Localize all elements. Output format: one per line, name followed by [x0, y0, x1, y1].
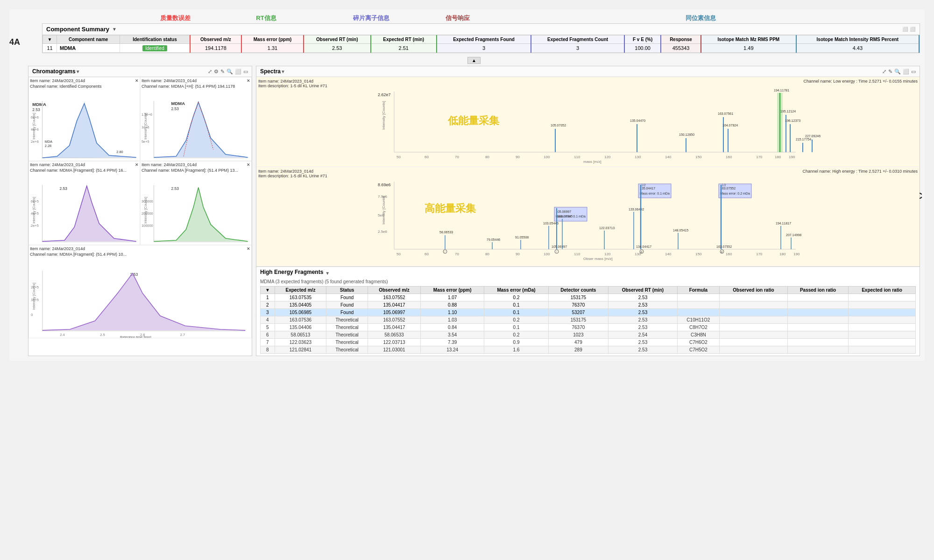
hef-cell-expected-ion	[849, 316, 916, 324]
hef-cell-observed-mz: 135.04417	[368, 301, 421, 309]
svg-text:1.5e+6: 1.5e+6	[142, 113, 152, 117]
chromo-icon-4[interactable]: 🔍	[226, 69, 233, 75]
chromo-close-1[interactable]: ✕	[135, 78, 139, 84]
hef-cell-observed-rt: 2.53	[609, 346, 678, 354]
hef-table-row[interactable]: 3 105.06985 Found 105.06997 1.10 0.1 532…	[261, 309, 916, 316]
hef-cell-expected-ion	[849, 294, 916, 301]
svg-text:120: 120	[604, 155, 611, 159]
col-id-status: Identification status	[120, 35, 190, 44]
chromo-close-5[interactable]: ✕	[247, 246, 250, 252]
col-mass-error-ppm: Mass error (ppm)	[241, 35, 304, 44]
high-energy-spectrum: Item name: 24Mar2023_014d Item descripti…	[256, 167, 920, 266]
row-response: 455343	[661, 44, 701, 53]
chromatograms-dropdown[interactable]: ▼	[76, 69, 80, 74]
hef-cell-observed-ion	[719, 339, 787, 346]
collapse-sections-button[interactable]: ▲	[467, 57, 481, 64]
low-energy-spectrum: Item name: 24Mar2023_014d Item descripti…	[256, 77, 920, 167]
spectra-icon-1[interactable]: ⤢	[882, 69, 886, 75]
svg-text:5e6: 5e6	[378, 213, 384, 217]
svg-text:1/2: 1/2	[641, 183, 646, 187]
chromo-icon-3[interactable]: ✎	[220, 69, 225, 75]
hef-table-row[interactable]: 2 135.04405 Found 135.04417 0.88 0.1 763…	[261, 301, 916, 309]
chromo-close-4[interactable]: ✕	[247, 162, 250, 168]
low-energy-header2: Item description: 1-5 dil KL Urine #71	[258, 84, 327, 88]
spectra-icon-5[interactable]: ▭	[911, 69, 916, 75]
hef-table-row[interactable]: 6 58.06513 Theoretical 58.06533 3.54 0.2…	[261, 331, 916, 339]
component-summary-dropdown[interactable]: ▼	[112, 27, 117, 32]
hef-table-row[interactable]: 7 122.03623 Theoretical 122.03713 7.39 0…	[261, 339, 916, 346]
hef-cell-detector-counts: 153175	[548, 294, 608, 301]
chromo-close-3[interactable]: ✕	[135, 162, 139, 168]
hef-table-row[interactable]: 1 163.07535 Found 163.07552 1.07 0.2 153…	[261, 294, 916, 301]
chromo-icon-2[interactable]: ⚙	[214, 69, 219, 75]
chromo-header-1: Item name: 24Mar2023_014d Channel name: …	[30, 78, 139, 89]
svg-text:♂: ♂	[444, 251, 446, 253]
col-observed-rt: Observed RT (min)	[304, 35, 371, 44]
svg-text:79.05446: 79.05446	[487, 238, 500, 241]
svg-text:1e+6: 1e+6	[142, 125, 149, 129]
svg-text:194.11817: 194.11817	[776, 222, 791, 225]
svg-text:5e+5: 5e+5	[142, 140, 149, 144]
hef-dropdown[interactable]: ▼	[325, 271, 330, 276]
svg-text:Mass error: 0.1 mDa: Mass error: 0.1 mDa	[640, 192, 670, 195]
chromo-close-2[interactable]: ✕	[247, 78, 250, 84]
svg-text:148.05415: 148.05415	[673, 229, 688, 232]
svg-marker-55	[154, 188, 248, 241]
svg-text:195.12124: 195.12124	[780, 110, 796, 113]
expand-icon[interactable]: ⬜	[902, 26, 908, 33]
svg-text:4e+5: 4e+5	[31, 211, 39, 216]
chromo-channel-1: Channel name: Identified Components	[30, 84, 139, 90]
svg-text:MDMA: MDMA	[32, 102, 46, 107]
hef-cell-num: 6	[261, 331, 275, 339]
collapse-icon[interactable]: ⬜	[909, 26, 916, 33]
row-frags-found: 3	[437, 44, 531, 53]
chromo-icon-6[interactable]: ▭	[243, 69, 248, 75]
chromo-icon-1[interactable]: ⤢	[208, 69, 212, 75]
hef-cell-expected-mz: 122.03623	[275, 339, 326, 346]
hef-cell-expected-ion	[849, 324, 916, 331]
hef-cell-expected-mz: 105.06985	[275, 309, 326, 316]
hef-cell-formula: C8H7O2	[677, 324, 719, 331]
spectra-icon-3[interactable]: 🔍	[894, 69, 901, 75]
svg-text:♂: ♂	[555, 251, 558, 253]
svg-text:70: 70	[455, 252, 459, 256]
spectra-icon-2[interactable]: ✎	[888, 69, 892, 75]
hef-cell-observed-mz: 163.07552	[368, 294, 421, 301]
hef-cell-mass-err-mda: 0.2	[484, 294, 548, 301]
svg-text:80: 80	[485, 252, 489, 256]
chromo-icon-5[interactable]: ⬜	[235, 69, 241, 75]
chromo-item-name-2: Item name: 24Mar2023_014d	[142, 78, 250, 84]
table-row[interactable]: 11 MDMA Identified 194.1178 1.31 2.53 2.…	[43, 44, 920, 53]
svg-text:2e+5: 2e+5	[31, 224, 39, 228]
hef-table-row[interactable]: 4 163.07536 Theoretical 163.07552 1.03 0…	[261, 316, 916, 324]
hef-cell-mass-err-mda: 0.2	[484, 331, 548, 339]
component-summary-header[interactable]: Component Summary ▼ ⬜ ⬜	[42, 24, 920, 35]
svg-text:100: 100	[544, 155, 550, 159]
svg-text:105.07052: 105.07052	[551, 124, 566, 127]
spectra-panel: Spectra ▼ ⤢ ✎ 🔍 ⬜ ▭ Item name: 24Mar2023…	[256, 66, 920, 356]
svg-text:190: 190	[789, 155, 795, 159]
hef-cell-observed-rt: 2.53	[609, 309, 678, 316]
svg-text:4e+6: 4e+6	[31, 127, 39, 132]
col-component-name: Component name	[57, 35, 120, 44]
chromo-item-5: Item name: 24Mar2023_014d Channel name: …	[28, 245, 252, 338]
spectra-icon-4[interactable]: ⬜	[903, 69, 909, 75]
svg-text:2e+6: 2e+6	[31, 140, 39, 144]
spectra-icons: ⤢ ✎ 🔍 ⬜ ▭	[882, 69, 916, 75]
component-summary-title: Component Summary	[46, 26, 109, 33]
hef-table-row[interactable]: 8 121.02841 Theoretical 121.03001 13.24 …	[261, 346, 916, 354]
chromatograms-title: Chromatograms	[32, 68, 76, 75]
svg-text:2.53: 2.53	[171, 106, 179, 111]
col-response: Response	[661, 35, 701, 44]
hef-cell-observed-ion	[719, 324, 787, 331]
chromo-item-3: Item name: 24Mar2023_014d Channel name: …	[28, 161, 140, 245]
svg-text:91.05508: 91.05508	[515, 236, 529, 239]
chromatograms-panel: Chromatograms ▼ ⤢ ⚙ ✎ 🔍 ⬜ ▭ Item name: 2	[28, 66, 252, 356]
hef-table-row[interactable]: 5 135.04406 Theoretical 135.04417 0.84 0…	[261, 324, 916, 331]
svg-text:Obser     mass [m/z]: Obser mass [m/z]	[583, 257, 613, 261]
hef-cell-expected-mz: 135.04405	[275, 301, 326, 309]
row-expected-rt: 2.51	[371, 44, 437, 53]
spectra-dropdown[interactable]: ▼	[281, 69, 285, 74]
section-label-fragment-info: 碎片离子信息	[308, 14, 434, 22]
hef-cell-observed-mz: 105.06997	[368, 309, 421, 316]
